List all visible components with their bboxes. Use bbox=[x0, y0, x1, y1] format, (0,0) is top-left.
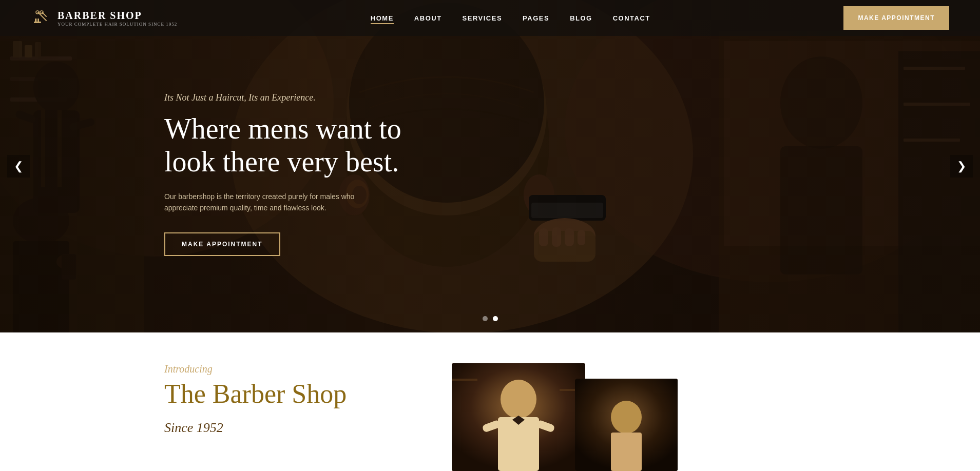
intro-image-2-svg bbox=[575, 379, 678, 471]
nav-pages[interactable]: PAGES bbox=[523, 13, 549, 23]
nav-home-link[interactable]: HOME bbox=[371, 14, 394, 24]
logo-text: BARBER SHOP YOUR COMPLETE HAIR SOLUTION … bbox=[57, 10, 177, 27]
hero-subtitle: Its Not Just a Haircut, Its an Experienc… bbox=[164, 92, 447, 103]
nav-menu: HOME ABOUT SERVICES PAGES BLOG CONTACT bbox=[371, 13, 650, 23]
nav-home[interactable]: HOME bbox=[371, 13, 394, 23]
hero-cta-button[interactable]: MAKE APPOINTMENT bbox=[164, 232, 280, 256]
intro-text: Introducing The Barber Shop Since 1952 bbox=[164, 363, 411, 438]
carousel-dot-2[interactable] bbox=[493, 316, 498, 321]
svg-rect-3 bbox=[36, 18, 37, 22]
svg-rect-60 bbox=[452, 379, 477, 381]
hero-title: Where mens want to look there very best. bbox=[164, 112, 447, 179]
intro-introducing: Introducing bbox=[164, 363, 411, 375]
svg-rect-65 bbox=[611, 433, 642, 471]
carousel-dots bbox=[483, 316, 498, 321]
nav-blog-link[interactable]: BLOG bbox=[570, 14, 592, 22]
carousel-dot-1[interactable] bbox=[483, 316, 488, 321]
hero-description: Our barbershop is the territory created … bbox=[164, 191, 380, 214]
nav-contact-link[interactable]: CONTACT bbox=[613, 14, 650, 22]
nav-blog[interactable]: BLOG bbox=[570, 13, 592, 23]
nav-pages-link[interactable]: PAGES bbox=[523, 14, 549, 22]
intro-images bbox=[452, 363, 816, 471]
carousel-next-button[interactable]: ❯ bbox=[950, 155, 973, 178]
navbar: BARBER SHOP YOUR COMPLETE HAIR SOLUTION … bbox=[0, 0, 980, 36]
nav-services[interactable]: SERVICES bbox=[463, 13, 503, 23]
hero-section: Its Not Just a Haircut, Its an Experienc… bbox=[0, 0, 980, 332]
intro-title: The Barber Shop Since 1952 bbox=[164, 379, 411, 438]
logo[interactable]: BARBER SHOP YOUR COMPLETE HAIR SOLUTION … bbox=[31, 7, 177, 29]
svg-point-55 bbox=[501, 380, 536, 419]
nav-contact[interactable]: CONTACT bbox=[613, 13, 650, 23]
intro-image-1-svg bbox=[452, 363, 585, 471]
nav-appointment-button[interactable]: MAKE APPOINTMENT bbox=[843, 6, 949, 30]
svg-rect-4 bbox=[38, 18, 39, 22]
nav-services-link[interactable]: SERVICES bbox=[463, 14, 503, 22]
carousel-prev-button[interactable]: ❮ bbox=[7, 155, 30, 178]
intro-section: Introducing The Barber Shop Since 1952 bbox=[0, 332, 980, 471]
logo-name: BARBER SHOP bbox=[57, 10, 177, 22]
nav-about-link[interactable]: ABOUT bbox=[414, 14, 442, 22]
intro-image-2 bbox=[575, 379, 678, 471]
svg-rect-2 bbox=[35, 18, 36, 22]
svg-rect-1 bbox=[34, 22, 41, 23]
svg-rect-56 bbox=[498, 417, 539, 471]
svg-point-64 bbox=[611, 401, 642, 434]
hero-overlay bbox=[0, 0, 980, 332]
logo-tagline: YOUR COMPLETE HAIR SOLUTION SINCE 1952 bbox=[57, 22, 177, 27]
hero-content: Its Not Just a Haircut, Its an Experienc… bbox=[164, 92, 447, 256]
scissors-icon bbox=[31, 7, 52, 29]
intro-image-1 bbox=[452, 363, 585, 471]
nav-about[interactable]: ABOUT bbox=[414, 13, 442, 23]
